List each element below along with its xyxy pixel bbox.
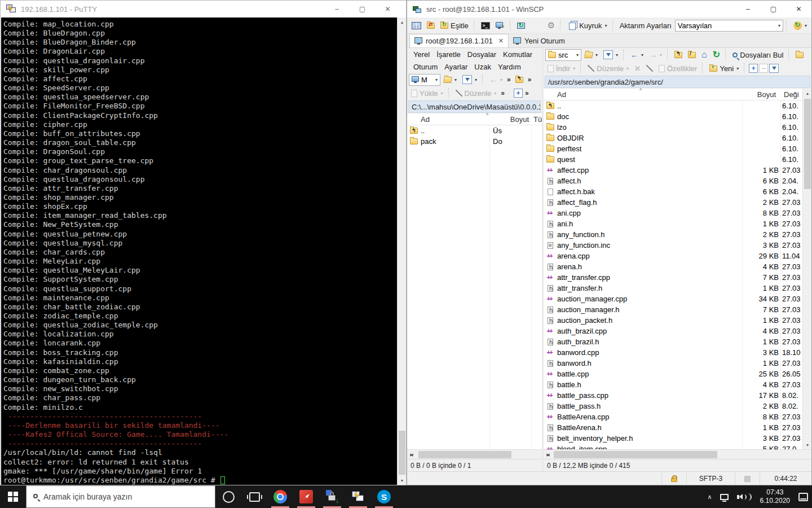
close-button[interactable]: ✕	[786, 1, 811, 17]
taskbar-chrome[interactable]	[267, 485, 293, 508]
file-row[interactable]: arena.h 4 KB 27.03	[544, 261, 802, 272]
file-row[interactable]: .. Üs	[407, 125, 542, 136]
file-row[interactable]: lzo 6.10.	[544, 122, 802, 133]
scrollbar-thumb[interactable]	[399, 431, 405, 475]
remote-edit-button[interactable]: Düzenle▾	[585, 62, 631, 75]
remote-path-bar[interactable]: /usr/src/senben/grandia2/game/src/	[545, 76, 810, 88]
file-row[interactable]: any_function.inc 3 KB 27.03	[544, 240, 802, 251]
remote-vertical-scrollbar[interactable]: ▲ ▼	[802, 89, 811, 449]
remote-root-dir-button[interactable]: /	[686, 48, 698, 62]
file-row[interactable]: banword.h 1 KB 27.03	[544, 358, 802, 369]
local-filter-button[interactable]: ▾	[460, 73, 479, 86]
file-row[interactable]: quest 6.10.	[544, 154, 802, 165]
file-row[interactable]: affect.cpp 1 KB 27.03	[544, 165, 802, 176]
menu-item[interactable]: Komutlar	[500, 49, 535, 60]
column-header-date[interactable]: Deği	[784, 90, 799, 99]
menu-item[interactable]: İşaretle	[434, 49, 464, 60]
taskbar-winscp[interactable]: ↓	[319, 485, 345, 508]
file-row[interactable]: battle_pass.cpp 17 KB 8.02.	[544, 390, 802, 401]
encryption-cell[interactable]	[661, 472, 686, 485]
putty-scrollbar[interactable]: ▲ ▼	[397, 17, 406, 485]
menu-item[interactable]: Ayarlar	[442, 62, 470, 72]
start-button[interactable]	[0, 485, 26, 508]
remote-dir-combo[interactable]: src▾	[545, 49, 581, 61]
file-row[interactable]: .. 6.10.	[544, 100, 802, 111]
refresh-session-button[interactable]	[515, 19, 527, 32]
synchronize-button[interactable]: ↻Eşitle	[438, 19, 471, 32]
file-row[interactable]: affect_flag.h 2 KB 27.03	[544, 197, 802, 208]
scrollbar-thumb[interactable]	[418, 451, 511, 458]
file-row[interactable]: belt_inventory_helper.h 3 KB 27.03	[544, 433, 802, 444]
file-row[interactable]: attr_transfer.cpp 7 KB 27.03	[544, 272, 802, 283]
new-button[interactable]: +Yeni▾	[707, 62, 741, 75]
transfer-preset-combo[interactable]: Varsayılan▾	[675, 20, 783, 32]
taskbar-putty[interactable]: ϟ	[345, 485, 371, 508]
file-row[interactable]: pack Do	[407, 136, 542, 147]
action-center-button[interactable]	[795, 485, 812, 508]
toolbar-overflow-icon[interactable]: »	[527, 76, 533, 84]
column-header-size[interactable]: Boyut	[492, 115, 529, 124]
scroll-right-icon[interactable]: ▶	[544, 450, 553, 459]
remote-refresh-button[interactable]: ↻	[710, 48, 722, 62]
minimize-button[interactable]: –	[735, 1, 761, 17]
file-row[interactable]: perftest 6.10.	[544, 143, 802, 154]
remote-forward-button[interactable]: →▾	[647, 48, 664, 62]
toolbar-overflow-icon[interactable]: »	[500, 89, 506, 97]
local-path-bar[interactable]: C:\...\mahsu\OneDrive\Masaüstü\0.0.0.1\	[408, 100, 541, 113]
properties-button[interactable]: Özellikler	[656, 62, 699, 75]
toolbar-overflow-icon[interactable]: »	[506, 76, 512, 84]
maximize-button[interactable]: ▢	[350, 1, 375, 17]
file-row[interactable]: attr_transfer.h 1 KB 27.03	[544, 283, 802, 294]
close-button[interactable]: ✕	[375, 1, 400, 17]
column-header-name[interactable]: Ad	[421, 115, 430, 124]
taskbar-skype[interactable]: S	[371, 485, 397, 508]
menu-item[interactable]: Yerel	[411, 49, 433, 60]
file-row[interactable]: arena.cpp 29 KB 11.04	[544, 251, 802, 261]
maximize-button[interactable]: ▢	[761, 1, 786, 17]
column-header-type[interactable]: Tü	[533, 115, 542, 124]
find-files-button[interactable]: Dosyaları Bul	[730, 48, 785, 62]
synchronize-browsing-button[interactable]: ⇄	[425, 19, 437, 32]
remote-open-dir-button[interactable]: ▾	[582, 48, 600, 62]
network-tray-button[interactable]	[716, 485, 732, 508]
column-header-size[interactable]: Boyut	[739, 90, 776, 99]
scroll-right-icon[interactable]: ▶	[407, 450, 416, 459]
taskbar-search[interactable]	[26, 485, 215, 508]
scrollbar-thumb[interactable]	[554, 451, 717, 458]
putty-titlebar[interactable]: ϟ 192.168.1.101 - PuTTY – ▢ ✕	[1, 1, 406, 17]
scroll-up-icon[interactable]: ▲	[398, 17, 407, 27]
file-row[interactable]: auction_manager.h 7 KB 27.03	[544, 304, 802, 315]
protocol-cell[interactable]: SFTP-3	[686, 472, 735, 485]
open-in-putty-button[interactable]: ϟ	[493, 19, 507, 32]
local-horizontal-scrollbar[interactable]: ◀ ▶	[407, 449, 542, 459]
toolbar-overflow-icon[interactable]: »	[524, 89, 530, 97]
file-row[interactable]: ani.h 1 KB 27.03	[544, 218, 802, 229]
local-back-button[interactable]: ←▾	[487, 73, 505, 86]
scroll-down-icon[interactable]: ▼	[803, 440, 812, 449]
file-row[interactable]: auction_packet.h 1 KB 27.03	[544, 315, 802, 326]
file-row[interactable]: auction_manager.cpp 34 KB 27.03	[544, 294, 802, 304]
local-add-bookmark-button[interactable]: +	[514, 89, 523, 98]
file-row[interactable]: any_function.h 2 KB 27.03	[544, 229, 802, 240]
file-row[interactable]: doc 6.10.	[544, 111, 802, 122]
file-row[interactable]: affect.h 6 KB 2.04.	[544, 176, 802, 186]
local-open-dir-button[interactable]: ▾	[442, 73, 459, 86]
remote-horizontal-scrollbar[interactable]: ◀ ▶	[544, 449, 811, 459]
cortana-button[interactable]	[215, 485, 241, 508]
task-view-button[interactable]	[241, 485, 267, 508]
swap-panels-button[interactable]: ↔	[409, 19, 423, 32]
file-row[interactable]: battle_pass.h 2 KB 8.02.	[544, 401, 802, 411]
file-row[interactable]: battle.h 4 KB 27.03	[544, 379, 802, 390]
volume-tray-button[interactable]	[732, 485, 756, 508]
file-row[interactable]: blend_item.cpp 5 KB 27.0	[544, 444, 802, 449]
remote-home-button[interactable]: ⌂	[699, 48, 709, 62]
transfer-settings-label[interactable]: Aktarım Ayarları	[617, 19, 674, 32]
tab-new-session[interactable]: Yeni Oturum	[509, 34, 570, 47]
scroll-down-icon[interactable]: ▼	[398, 476, 407, 485]
taskbar-clock[interactable]: 07:43 6.10.2020	[756, 488, 795, 505]
column-header-name[interactable]: Ad	[557, 90, 566, 99]
copy-session-button[interactable]	[793, 48, 806, 62]
preferences-button[interactable]: ⚙	[545, 19, 557, 32]
taskbar-mail-app[interactable]	[293, 485, 319, 508]
minimize-button[interactable]: –	[324, 1, 350, 17]
